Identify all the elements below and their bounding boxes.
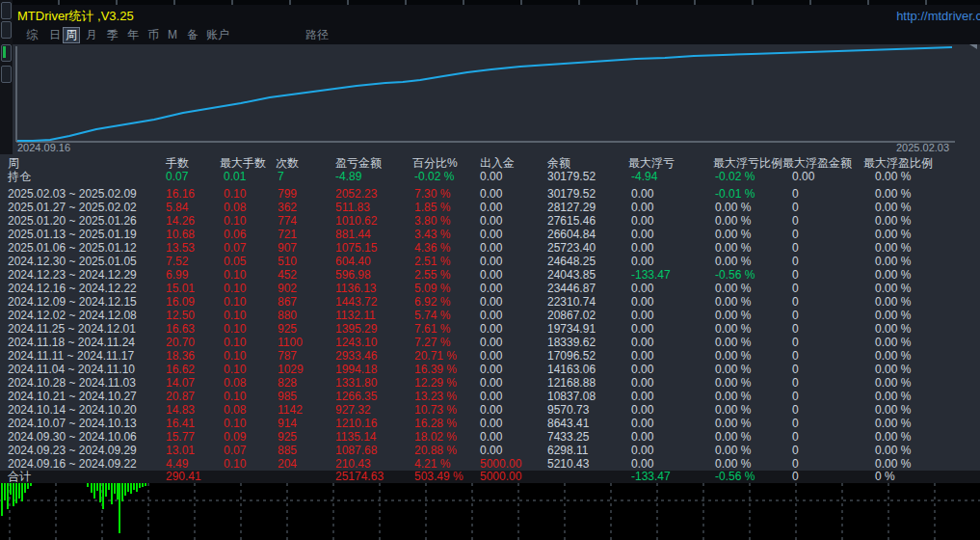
table-row[interactable]: 2024.12.09 ~ 2024.12.1516.090.108671443.… (0, 295, 980, 309)
cell-col-9: -4.94 (631, 170, 657, 183)
cell-col-6: 7.30 % (414, 187, 450, 201)
table-row[interactable]: 2024.11.11 ~ 2024.11.1718.360.107872933.… (0, 349, 980, 363)
cell-col-6: 6.92 % (414, 295, 450, 309)
cell-col-5: 1135.14 (335, 430, 377, 444)
cell-col-7: 5000.00 (480, 471, 521, 483)
table-row[interactable]: 持仓0.070.017-4.89-0.02 %0.0030179.52-4.94… (0, 170, 980, 183)
cell-col-10: 0.00 % (715, 417, 751, 430)
menu-item-3[interactable]: 周 (64, 28, 79, 42)
cell-col-6: 18.02 % (414, 430, 457, 444)
cell-col-2: 5.84 (166, 201, 188, 214)
cell-col-2: 16.16 (166, 187, 195, 201)
table-row[interactable]: 2025.02.03 ~ 2025.02.0916.160.107992052.… (0, 187, 980, 201)
toolbar-button-icon[interactable] (1, 2, 12, 19)
cell-col-7: 0.00 (480, 417, 502, 430)
cell-col-4: 907 (278, 241, 297, 255)
cell-col-8: 28127.29 (547, 201, 596, 214)
row-period-label: 2024.10.14 ~ 2024.10.20 (8, 403, 137, 417)
cell-col-3: 0.10 (224, 309, 246, 322)
row-period-label: 2024.10.28 ~ 2024.11.03 (8, 376, 136, 390)
cell-col-9: 0.00 (631, 457, 653, 471)
cell-col-10: 0.00 % (715, 282, 751, 295)
table-row[interactable]: 2024.11.18 ~ 2024.11.2420.700.1011001243… (0, 336, 980, 349)
cell-col-8: 23446.87 (547, 282, 596, 295)
cell-col-3: 0.10 (224, 336, 246, 349)
cell-col-2: 16.09 (166, 295, 195, 309)
cell-col-2: 14.83 (166, 403, 195, 417)
menu-item-5[interactable]: 季 (105, 28, 120, 42)
cell-col-4: 721 (278, 228, 297, 241)
menu-item-7[interactable]: 币 (146, 28, 161, 42)
cell-col-12: 0.00 % (875, 295, 911, 309)
cell-col-10: -0.02 % (715, 170, 755, 183)
table-row[interactable]: 2024.09.16 ~ 2024.09.224.490.10204210.43… (0, 457, 980, 471)
menu-item-11[interactable]: 路径 (304, 28, 331, 42)
menu-item-8[interactable]: M (166, 28, 179, 42)
table-row[interactable]: 2024.12.30 ~ 2025.01.057.520.05510604.40… (0, 255, 980, 268)
cell-col-6: 4.21 % (414, 457, 450, 471)
table-row[interactable]: 2025.01.06 ~ 2025.01.1213.530.079071075.… (0, 241, 980, 255)
cell-col-10: 0.00 % (715, 403, 751, 417)
table-row[interactable]: 2024.11.04 ~ 2024.11.1016.620.1010291994… (0, 363, 980, 376)
table-row[interactable]: 2025.01.27 ~ 2025.02.025.840.08362511.83… (0, 201, 980, 214)
table-row[interactable]: 2024.10.28 ~ 2024.11.0314.070.088281331.… (0, 376, 980, 390)
toolbar-button-icon[interactable] (1, 66, 12, 83)
row-period-label: 2024.11.25 ~ 2024.12.01 (8, 322, 136, 336)
toolbar-button-icon[interactable] (1, 21, 12, 39)
menu-item-2[interactable]: 日 (47, 28, 63, 42)
cell-col-2: 15.01 (166, 282, 195, 295)
cell-col-2: 18.36 (166, 349, 195, 363)
cell-col-7: 0.00 (480, 309, 502, 322)
cell-col-2: 14.07 (166, 376, 195, 390)
table-row[interactable]: 2025.01.20 ~ 2025.01.2614.260.107741010.… (0, 214, 980, 228)
menu-item-6[interactable]: 年 (125, 28, 141, 42)
cell-col-9: 0.00 (631, 349, 653, 363)
table-row[interactable]: 2025.01.13 ~ 2025.01.1910.680.06721881.4… (0, 228, 980, 241)
cell-col-6: 7.61 % (414, 322, 450, 336)
cell-col-5: 596.98 (335, 268, 371, 282)
cell-col-8: 30179.52 (547, 187, 596, 201)
table-row[interactable]: 2024.10.14 ~ 2024.10.2014.830.081142927.… (0, 403, 980, 417)
cell-col-3: 0.10 (224, 349, 246, 363)
cell-col-4: 867 (278, 295, 297, 309)
cell-col-3: 0.08 (224, 403, 246, 417)
cell-col-2: 16.63 (166, 322, 195, 336)
table-row[interactable]: 2024.09.23 ~ 2024.09.2913.010.078851087.… (0, 444, 980, 457)
cell-col-10: 0.00 % (715, 322, 751, 336)
row-period-label: 2024.09.23 ~ 2024.09.29 (8, 444, 137, 457)
table-row[interactable]: 2024.10.21 ~ 2024.10.2720.870.109851266.… (0, 390, 980, 403)
cell-col-9: 0.00 (631, 444, 653, 457)
vendor-url-link[interactable]: http://mtdriver.c (896, 5, 980, 27)
table-row[interactable]: 2024.09.30 ~ 2024.10.0615.770.099251135.… (0, 430, 980, 444)
cell-col-7: 0.00 (480, 268, 502, 282)
cell-col-4: 880 (278, 309, 297, 322)
cell-col-6: 3.80 % (414, 214, 450, 228)
cell-col-10: 0.00 % (715, 376, 751, 390)
cell-col-6: 12.29 % (414, 376, 457, 390)
table-row[interactable]: 2024.11.25 ~ 2024.12.0116.630.109251395.… (0, 322, 980, 336)
cell-col-7: 0.00 (480, 376, 502, 390)
cell-col-10: 0.00 % (715, 349, 751, 363)
table-row[interactable]: 2024.10.07 ~ 2024.10.1316.410.109141210.… (0, 417, 980, 430)
table-row[interactable]: 2024.12.02 ~ 2024.12.0812.500.108801132.… (0, 309, 980, 322)
table-total-row[interactable]: 合计290.4125174.63503.49 %5000.00-133.47-0… (0, 471, 980, 483)
menu-item-1[interactable]: 综 (24, 28, 40, 42)
toolbar-button-active-icon[interactable] (1, 44, 12, 62)
menu-item-9[interactable]: 备 (185, 28, 200, 42)
menu-item-4[interactable]: 月 (84, 28, 99, 42)
cell-col-7: 0.00 (480, 363, 502, 376)
table-row[interactable]: 2024.12.23 ~ 2024.12.296.990.10452596.98… (0, 268, 980, 282)
cell-col-6: 20.88 % (414, 444, 457, 457)
row-period-label: 2025.01.06 ~ 2025.01.12 (8, 241, 137, 255)
cell-col-8: 7433.25 (547, 430, 589, 444)
cell-col-11: 0 (792, 417, 799, 430)
menu-item-10[interactable]: 账户 (204, 28, 231, 42)
cell-col-4: 362 (278, 201, 297, 214)
table-row[interactable]: 2024.12.16 ~ 2024.12.2215.010.109021136.… (0, 282, 980, 295)
row-period-label: 2024.11.11 ~ 2024.11.17 (8, 349, 134, 363)
window-titlebar[interactable]: MTDriver统计 ,V3.25 http://mtdriver.c (13, 5, 980, 27)
cell-col-6: 3.43 % (414, 228, 450, 241)
cell-col-3: 0.10 (224, 295, 246, 309)
cell-col-3: 0.10 (224, 390, 246, 403)
cell-col-9: 0.00 (631, 403, 653, 417)
